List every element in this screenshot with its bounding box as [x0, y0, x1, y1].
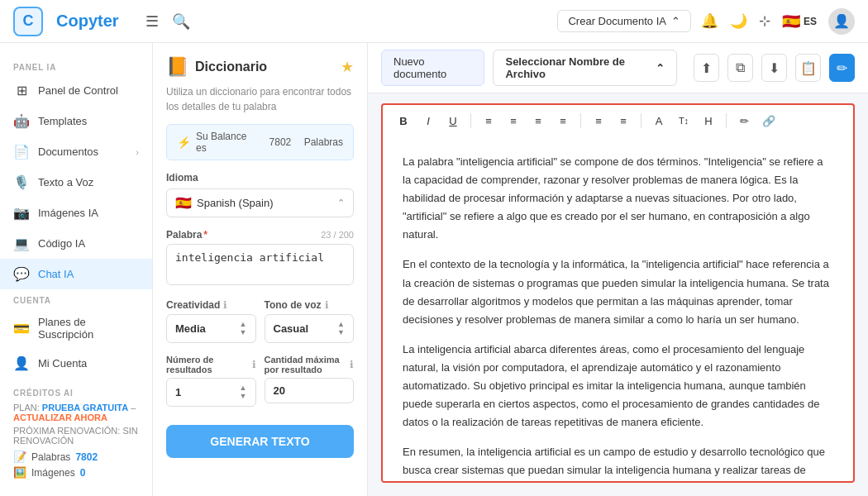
palabra-input[interactable]: [166, 244, 354, 285]
align-left-button[interactable]: ≡: [478, 110, 499, 131]
creatividad-info-icon[interactable]: ℹ: [223, 299, 227, 311]
balance-suffix: Palabras: [304, 136, 343, 148]
bold-button[interactable]: B: [393, 110, 414, 131]
docs-icon: 📄: [13, 144, 30, 160]
copy-button[interactable]: ⧉: [727, 54, 753, 82]
toolbar-sep-2: [580, 113, 581, 128]
num-resultados-label-row: Número de resultados ℹ: [166, 355, 256, 374]
max-result-stepper[interactable]: 20: [265, 378, 355, 403]
font-color-button[interactable]: A: [648, 110, 670, 131]
edit-mode-button[interactable]: ✏: [829, 54, 855, 82]
align-right-button[interactable]: ≡: [527, 110, 549, 131]
sidebar: PANEL IA ⊞ Panel de Control 🤖 Templates …: [0, 43, 153, 496]
clone-button[interactable]: 📋: [795, 54, 821, 82]
camera-icon: 📷: [13, 205, 30, 221]
hamburger-icon[interactable]: ☰: [145, 12, 159, 31]
palabra-label: Palabra*: [166, 229, 207, 241]
font-size-button[interactable]: T↕: [673, 110, 694, 131]
middle-panel: 📙 Diccionario ★ Utiliza un diccionario p…: [153, 43, 368, 496]
creatividad-arrows: ▲ ▼: [240, 321, 247, 336]
justify-button[interactable]: ≡: [552, 110, 574, 131]
moon-icon[interactable]: 🌙: [730, 12, 747, 30]
sidebar-item-texto-voz[interactable]: 🎙️ Texto a Voz: [0, 167, 152, 198]
select-name-chevron: ⌃: [656, 62, 665, 74]
creatividad-tono-row: Creatividad ℹ Media ▲ ▼ Tono de voz: [166, 299, 354, 343]
sidebar-item-codigo-ia[interactable]: 💻 Código IA: [0, 228, 152, 259]
tono-label-row: Tono de voz ℹ: [265, 299, 355, 311]
search-icon[interactable]: 🔍: [172, 12, 190, 31]
num-resultados-stepper[interactable]: 1 ▲ ▼: [166, 378, 256, 407]
sidebar-item-planes[interactable]: 💳 Planes de Suscripción: [0, 308, 152, 348]
flag-icon: 🇪🇸: [782, 12, 800, 31]
download-button[interactable]: ⬇: [761, 54, 787, 82]
editor-paragraph: En el contexto de la tecnología y la inf…: [403, 255, 833, 328]
dict-desc: Utiliza un diccionario para encontrar to…: [153, 84, 367, 124]
editor-toolbar: B I U ≡ ≡ ≡ ≡ ≡ ≡ A T↕ H ✏ 🔗: [381, 103, 855, 136]
plan-sep: –: [128, 403, 136, 413]
unordered-list-button[interactable]: ≡: [613, 110, 634, 131]
sidebar-item-documentos[interactable]: 📄 Documentos ›: [0, 136, 152, 167]
max-result-col: Cantidad máxima por resultado ℹ 20: [265, 355, 355, 407]
avatar[interactable]: 👤: [828, 8, 855, 35]
balance-prefix: Su Balance es: [196, 131, 256, 154]
creditos-label: CRÉDITOS AI: [13, 389, 139, 398]
plan-name-link[interactable]: PRUEBA GRATUITA: [42, 403, 128, 413]
tono-info-icon[interactable]: ℹ: [325, 299, 329, 311]
editor-topbar: Nuevo documento Seleccionar Nombre de Ar…: [368, 43, 868, 93]
link-button[interactable]: 🔗: [758, 110, 780, 131]
creatividad-down-arrow[interactable]: ▼: [240, 329, 247, 336]
sidebar-label-codigo-ia: Código IA: [38, 237, 139, 250]
creatividad-up-arrow[interactable]: ▲: [240, 321, 247, 328]
sidebar-item-panel-control[interactable]: ⊞ Panel de Control: [0, 75, 152, 106]
crear-documento-button[interactable]: Crear Documento IA ⌃: [557, 10, 691, 32]
bell-icon[interactable]: 🔔: [701, 12, 718, 30]
max-result-label: Cantidad máxima por resultado: [265, 355, 347, 374]
main-layout: PANEL IA ⊞ Panel de Control 🤖 Templates …: [0, 43, 868, 496]
select-name-button[interactable]: Seleccionar Nombre de Archivo ⌃: [493, 50, 677, 86]
topbar-actions: 🔔 🌙 ⊹ 🇪🇸 ES 👤: [701, 8, 855, 35]
num-resultados-down[interactable]: ▼: [240, 393, 247, 400]
upgrade-link[interactable]: ACTUALIZAR AHORA: [13, 413, 107, 422]
idioma-flag: 🇪🇸: [175, 195, 192, 211]
align-center-button[interactable]: ≡: [503, 110, 524, 131]
toolbar-sep-1: [470, 113, 471, 128]
tono-col: Tono de voz ℹ Casual ▲ ▼: [265, 299, 355, 343]
expand-icon[interactable]: ⊹: [759, 12, 770, 30]
tono-select[interactable]: Casual ▲ ▼: [265, 314, 355, 343]
sidebar-item-templates[interactable]: 🤖 Templates: [0, 106, 152, 136]
code-icon: 💻: [13, 236, 30, 251]
italic-button[interactable]: I: [417, 110, 439, 131]
crear-doc-label: Crear Documento IA: [568, 15, 666, 27]
cuenta-section-label: CUENTA: [0, 289, 152, 308]
sidebar-label-mi-cuenta: Mi Cuenta: [38, 357, 139, 370]
sidebar-item-chat-ia[interactable]: 💬 Chat IA: [0, 259, 152, 289]
creatividad-select[interactable]: Media ▲ ▼: [166, 314, 256, 343]
sidebar-item-imagenes-ia[interactable]: 📷 Imágenes IA: [0, 198, 152, 228]
tono-up-arrow[interactable]: ▲: [337, 321, 345, 328]
tono-label: Tono de voz: [265, 299, 322, 311]
chevron-up-icon: ⌃: [671, 15, 680, 27]
language-selector[interactable]: 🇪🇸 ES: [782, 12, 817, 31]
heading-button[interactable]: H: [698, 110, 719, 131]
num-resultados-col: Número de resultados ℹ 1 ▲ ▼: [166, 355, 256, 407]
logo-box: C: [13, 7, 43, 36]
idioma-select[interactable]: 🇪🇸 Spanish (Spain) ⌃: [166, 188, 354, 217]
sidebar-item-mi-cuenta[interactable]: 👤 Mi Cuenta: [0, 348, 152, 379]
sidebar-label-templates: Templates: [38, 115, 139, 127]
pen-button[interactable]: ✏: [733, 110, 755, 131]
num-resultados-info-icon[interactable]: ℹ: [252, 359, 256, 370]
num-resultados-up[interactable]: ▲: [240, 384, 247, 392]
nuevo-documento-tab[interactable]: Nuevo documento: [381, 50, 484, 86]
upload-button[interactable]: ⬆: [694, 54, 719, 82]
dict-title: Diccionario: [195, 60, 334, 74]
generate-text-button[interactable]: GENERAR TEXTO: [166, 425, 354, 458]
max-result-info-icon[interactable]: ℹ: [350, 359, 354, 370]
editor-content[interactable]: La palabra "inteligencia artificial" se …: [381, 136, 855, 483]
sidebar-label-texto-voz: Texto a Voz: [38, 176, 139, 188]
star-icon[interactable]: ★: [341, 58, 354, 76]
templates-icon: 🤖: [13, 113, 30, 129]
nuevo-doc-label: Nuevo documento: [393, 55, 472, 80]
tono-down-arrow[interactable]: ▼: [337, 329, 345, 336]
ordered-list-button[interactable]: ≡: [588, 110, 609, 131]
underline-button[interactable]: U: [442, 110, 464, 131]
